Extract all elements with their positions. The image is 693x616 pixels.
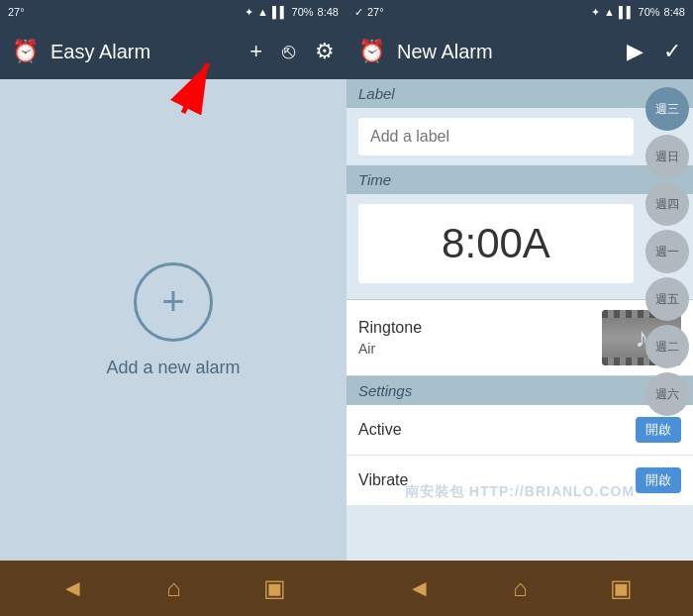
time-left: 8:48 — [318, 6, 339, 18]
right-header-actions: ▶ ✓ — [627, 39, 681, 64]
right-status-bar: ✓ 27° ✦ ▲ ▌▌ 70% 8:48 — [346, 0, 693, 24]
active-row: Active 開啟 — [346, 405, 693, 456]
right-content: 週三 週日 週四 週一 週五 週二 週六 Label — [346, 79, 693, 561]
vibrate-row: Vibrate 開啟 — [346, 456, 693, 506]
add-alarm-button[interactable]: + — [249, 39, 262, 64]
left-content: + Add a new alarm — [0, 79, 346, 561]
add-alarm-circle[interactable]: + — [134, 262, 213, 342]
vibrate-label: Vibrate — [358, 471, 408, 489]
back-button-right[interactable]: ◄ — [407, 574, 431, 602]
ringtone-section[interactable]: Ringtone Air ♪ — [346, 299, 693, 376]
settings-header: Settings — [346, 376, 693, 405]
status-right: ✦ ▲ ▌▌ 70% 8:48 — [245, 6, 339, 19]
ringtone-info: Ringtone Air — [358, 319, 422, 357]
right-bottom-nav: ◄ ⌂ ▣ — [346, 561, 693, 616]
alarm-icon-right: ⏰ — [358, 39, 385, 64]
ringtone-value: Air — [358, 341, 422, 357]
time-display[interactable]: 8:00A — [358, 204, 634, 283]
active-toggle[interactable]: 開啟 — [636, 417, 681, 443]
time-section-header: Time — [346, 165, 693, 194]
day-fri[interactable]: 週五 — [645, 277, 689, 321]
add-alarm-container: + Add a new alarm — [106, 262, 240, 378]
status-left: 27° — [8, 6, 25, 18]
left-panel: 27° ✦ ▲ ▌▌ 70% 8:48 ⏰ Easy Alarm + ⎋ ⚙ +… — [0, 0, 346, 616]
ringtone-label: Ringtone — [358, 319, 422, 337]
app-title: Easy Alarm — [50, 41, 238, 63]
back-button-left[interactable]: ◄ — [60, 574, 84, 602]
play-button[interactable]: ▶ — [627, 39, 644, 64]
label-input[interactable] — [358, 118, 634, 155]
day-sat[interactable]: 週六 — [645, 372, 689, 416]
new-alarm-title: New Alarm — [397, 41, 615, 63]
recent-button-right[interactable]: ▣ — [610, 574, 633, 602]
check-status: ✓ — [354, 6, 363, 19]
temp-right: 27° — [367, 6, 384, 18]
day-sun[interactable]: 週日 — [645, 135, 689, 178]
plus-icon: + — [161, 279, 184, 324]
time-section: 8:00A — [346, 194, 693, 299]
left-bottom-nav: ◄ ⌂ ▣ — [0, 561, 346, 616]
active-label: Active — [358, 421, 402, 439]
left-status-bar: 27° ✦ ▲ ▌▌ 70% 8:48 — [0, 0, 346, 24]
day-mon[interactable]: 週一 — [645, 230, 689, 273]
signal-icon-left: ▌▌ — [272, 6, 288, 18]
settings-section: Settings Active 開啟 Vibrate 開啟 — [346, 376, 693, 506]
header-actions: + ⎋ ⚙ — [249, 39, 335, 64]
status-right-right: ✦ ▲ ▌▌ 70% 8:48 — [591, 6, 685, 19]
share-button[interactable]: ⎋ — [282, 39, 295, 64]
day-thu[interactable]: 週四 — [645, 182, 689, 226]
battery-right: 70% — [639, 6, 660, 18]
bluetooth-icon-left: ✦ — [245, 6, 253, 19]
status-right-left: ✓ 27° — [354, 6, 384, 19]
add-alarm-text: Add a new alarm — [106, 358, 240, 378]
day-wed[interactable]: 週三 — [645, 87, 689, 131]
day-tue[interactable]: 週二 — [645, 325, 689, 368]
signal-icon-right: ▌▌ — [619, 6, 635, 18]
wifi-icon-right: ▲ — [604, 6, 615, 18]
temp-left: 27° — [8, 6, 25, 18]
label-section — [346, 108, 693, 165]
label-section-header: Label — [346, 79, 693, 108]
recent-button-left[interactable]: ▣ — [263, 574, 286, 602]
right-panel: ✓ 27° ✦ ▲ ▌▌ 70% 8:48 ⏰ New Alarm ▶ ✓ 週三… — [346, 0, 693, 616]
battery-left: 70% — [292, 6, 314, 18]
right-header: ⏰ New Alarm ▶ ✓ — [346, 24, 693, 79]
day-circles: 週三 週日 週四 週一 週五 週二 週六 — [645, 87, 689, 416]
left-header: ⏰ Easy Alarm + ⎋ ⚙ — [0, 24, 346, 79]
confirm-button[interactable]: ✓ — [663, 39, 681, 64]
settings-button[interactable]: ⚙ — [315, 39, 335, 64]
home-button-right[interactable]: ⌂ — [513, 574, 528, 602]
alarm-icon-left: ⏰ — [12, 39, 39, 64]
wifi-icon-left: ▲ — [257, 6, 268, 18]
vibrate-toggle[interactable]: 開啟 — [636, 467, 681, 493]
time-right: 8:48 — [664, 6, 685, 18]
home-button-left[interactable]: ⌂ — [166, 574, 181, 602]
bluetooth-icon-right: ✦ — [591, 6, 600, 19]
